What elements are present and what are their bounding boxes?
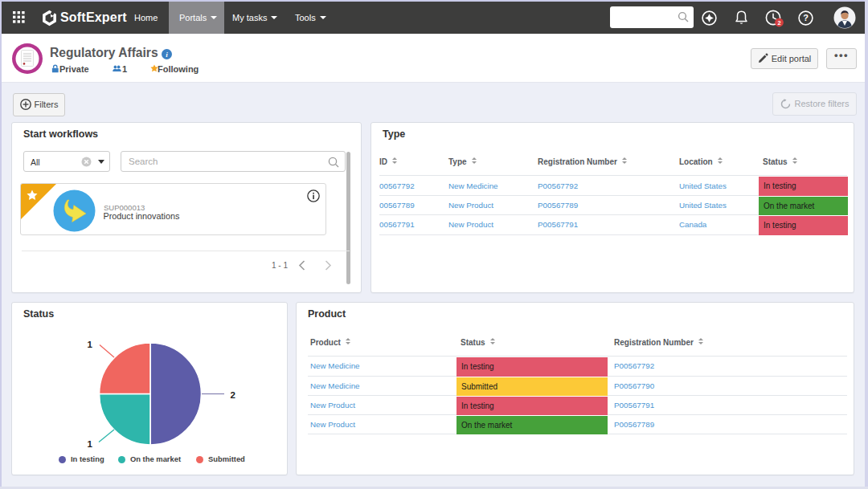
svg-text:1: 1 — [88, 439, 93, 449]
svg-text:2: 2 — [777, 19, 780, 26]
svg-text:?: ? — [803, 13, 809, 22]
svg-text:2: 2 — [231, 390, 235, 400]
svg-text:1: 1 — [88, 340, 93, 349]
